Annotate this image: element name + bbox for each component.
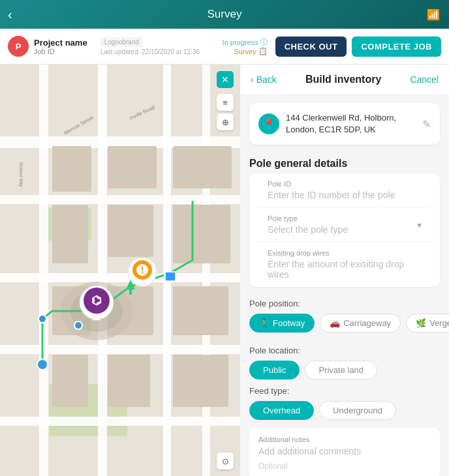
- overhead-button[interactable]: Overhead: [249, 401, 314, 420]
- complete-job-button[interactable]: COMPLETE JOB: [352, 37, 441, 57]
- svg-rect-10: [163, 65, 171, 476]
- notes-label: Additional notes: [258, 436, 431, 443]
- chevron-left-icon: ‹: [251, 74, 254, 85]
- svg-rect-30: [165, 272, 176, 281]
- carriageway-button[interactable]: 🚗 Carriageway: [320, 314, 401, 333]
- project-details: Project name Job ID: [34, 38, 87, 55]
- svg-text:Roland Way: Roland Way: [18, 162, 23, 187]
- dropdown-arrow-icon: ▾: [417, 220, 422, 230]
- svg-rect-8: [39, 65, 48, 476]
- pole-location-section: Pole location: Public Private land: [240, 342, 449, 382]
- in-progress-status: In progress ⓘ: [223, 37, 268, 47]
- svg-point-26: [37, 359, 48, 370]
- pole-position-section: Pole position: 🚶 Footway 🚗 Carriageway 🌿…: [240, 295, 449, 342]
- private-land-button[interactable]: Private land: [305, 361, 377, 379]
- feed-type-section: Feed type: Overhead Underground: [240, 382, 449, 423]
- drop-wires-input[interactable]: Enter the amount of exisiting drop wires: [268, 259, 422, 280]
- status-area: In progress ⓘ Survey 📋: [223, 37, 268, 55]
- survey-status: Survey 📋: [234, 47, 267, 55]
- map-bottom-controls: ⊙: [217, 453, 234, 469]
- pole-id-input[interactable]: Enter the ID number of the pole: [268, 190, 422, 200]
- brand-logo: Logoobrand: [101, 37, 143, 47]
- svg-point-27: [39, 315, 46, 323]
- svg-rect-22: [173, 286, 228, 335]
- drop-wires-label: Exisiting drop wires: [268, 249, 422, 257]
- last-updated: Last updated: 22/10/2020 at 12:36: [101, 48, 200, 55]
- location-icon: 📍: [258, 113, 279, 134]
- notes-input[interactable]: Add additional comments: [258, 446, 431, 456]
- cancel-button[interactable]: Cancel: [410, 74, 439, 85]
- map-close-button[interactable]: ✕: [217, 71, 234, 88]
- section-title: Pole general details: [240, 153, 449, 173]
- svg-rect-23: [173, 355, 228, 407]
- svg-rect-32: [129, 290, 132, 295]
- main-content: ! ⌬ Merrow Street Roland Way Inville Roa…: [0, 65, 449, 476]
- panel-title: Build inventory: [277, 74, 410, 85]
- underground-button[interactable]: Underground: [319, 401, 396, 420]
- public-button[interactable]: Public: [249, 361, 300, 379]
- right-panel: ‹ Back Build inventory Cancel 📍 144 Cler…: [240, 65, 449, 476]
- footway-button[interactable]: 🚶 Footway: [249, 314, 315, 333]
- svg-rect-11: [202, 65, 210, 476]
- svg-rect-12: [52, 146, 91, 192]
- svg-rect-17: [52, 355, 88, 407]
- pole-location-options: Public Private land: [249, 361, 440, 379]
- top-bar: ‹ Survey 📶: [0, 0, 449, 29]
- job-id: Job ID: [34, 48, 87, 55]
- brand-area: Logoobrand Last updated: 22/10/2020 at 1…: [101, 37, 200, 55]
- wifi-icon: 📶: [427, 8, 440, 21]
- map-layers-button[interactable]: ⊕: [217, 113, 234, 130]
- checkout-button[interactable]: CHECK OUT: [275, 37, 347, 57]
- walk-icon: 🚶: [259, 318, 270, 328]
- car-icon: 🚗: [330, 318, 340, 328]
- map-menu-button[interactable]: ≡: [217, 94, 234, 111]
- pole-id-label: Pole ID: [268, 180, 422, 188]
- map-controls: ≡ ⊕: [217, 94, 234, 130]
- pole-id-field[interactable]: Pole ID Enter the ID number of the pole: [258, 173, 431, 207]
- svg-rect-19: [108, 355, 150, 407]
- svg-text:!: !: [141, 265, 144, 275]
- map-area: ! ⌬ Merrow Street Roland Way Inville Roa…: [0, 65, 240, 476]
- pole-type-label: Pole type: [268, 215, 348, 222]
- header: P Project name Job ID Logoobrand Last up…: [0, 29, 449, 65]
- pole-position-options: 🚶 Footway 🚗 Carriageway 🌿 Verge: [249, 314, 440, 333]
- page-title: Survey: [208, 8, 242, 21]
- pole-location-label: Pole location:: [249, 346, 440, 355]
- svg-rect-13: [52, 205, 88, 263]
- pole-type-select[interactable]: Select the pole type: [268, 224, 348, 235]
- svg-text:⌬: ⌬: [91, 294, 102, 307]
- edit-address-icon[interactable]: ✎: [422, 118, 431, 130]
- pole-type-field[interactable]: Pole type Select the pole type ▾: [258, 208, 431, 242]
- svg-rect-14: [108, 146, 157, 188]
- notes-optional: Optional: [258, 462, 431, 471]
- pole-type-row: Pole type Select the pole type ▾: [268, 215, 422, 235]
- svg-rect-15: [108, 205, 153, 257]
- back-button[interactable]: ‹ Back: [251, 74, 277, 85]
- svg-point-28: [74, 321, 82, 329]
- back-label[interactable]: Back: [256, 74, 277, 85]
- verge-button[interactable]: 🌿 Verge: [406, 314, 449, 333]
- feed-type-label: Feed type:: [249, 386, 440, 396]
- project-logo: P: [8, 36, 29, 57]
- panel-header: ‹ Back Build inventory Cancel: [240, 65, 449, 95]
- project-info: P Project name Job ID Logoobrand Last up…: [8, 36, 200, 57]
- project-name: Project name: [34, 38, 87, 48]
- map-svg: ! ⌬ Merrow Street Roland Way Inville Roa…: [0, 65, 240, 476]
- svg-rect-20: [173, 146, 232, 188]
- pole-position-label: Pole position:: [249, 299, 440, 308]
- verge-icon: 🌿: [416, 318, 426, 328]
- nav-back-button[interactable]: ‹: [8, 7, 12, 22]
- svg-rect-21: [173, 205, 230, 263]
- feed-type-options: Overhead Underground: [249, 401, 440, 420]
- drop-wires-field[interactable]: Exisiting drop wires Enter the amount of…: [258, 243, 431, 286]
- header-actions: In progress ⓘ Survey 📋 CHECK OUT COMPLET…: [223, 37, 441, 57]
- address-text: 144 Clerkenwell Rd, Holborn, London, EC1…: [286, 112, 416, 136]
- address-card: 📍 144 Clerkenwell Rd, Holborn, London, E…: [249, 103, 440, 145]
- additional-notes-card[interactable]: Additional notes Add additional comments…: [249, 428, 440, 476]
- map-locate-button[interactable]: ⊙: [217, 453, 234, 469]
- svg-rect-9: [98, 65, 107, 476]
